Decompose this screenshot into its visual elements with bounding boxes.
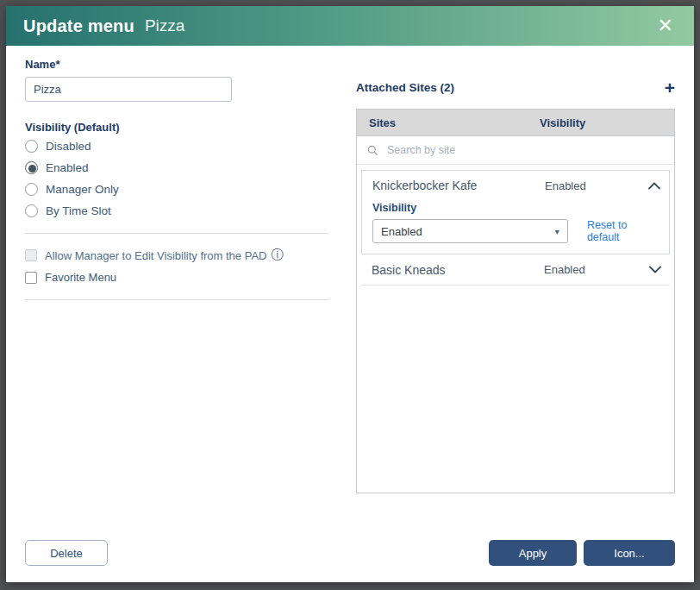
radio-label: Enabled (46, 161, 89, 174)
column-header-visibility: Visibility (540, 116, 674, 129)
add-site-icon[interactable]: + (665, 78, 675, 97)
checkbox-label: Allow Manager to Edit Visibility from th… (45, 249, 266, 262)
detail-controls: Enabled ▾ Reset to default (372, 219, 659, 243)
checkbox-box[interactable] (25, 272, 37, 284)
radio-label: Disabled (46, 140, 91, 153)
delete-button[interactable]: Delete (25, 540, 108, 566)
divider (25, 233, 328, 234)
site-visibility-value: Enabled (545, 179, 640, 192)
close-icon[interactable]: ✕ (654, 15, 677, 37)
modal-content: Name* Visibility (Default) Disabled Enab… (6, 46, 694, 532)
site-row[interactable]: Knickerbocker Kafe Enabled (362, 171, 669, 200)
radio-manager-only[interactable]: Manager Only (25, 183, 328, 196)
sites-table: Sites Visibility Knickerbocker Kafe Enab… (356, 109, 675, 493)
radio-circle[interactable] (25, 183, 38, 196)
site-name: Knickerbocker Kafe (372, 179, 545, 192)
site-card-expanded: Knickerbocker Kafe Enabled Visibility En… (361, 170, 670, 254)
site-search-row (357, 136, 674, 165)
radio-enabled[interactable]: Enabled (25, 161, 328, 174)
visibility-select[interactable]: Enabled ▾ (372, 219, 568, 243)
visibility-select-value: Enabled (381, 225, 422, 238)
radio-circle[interactable] (25, 204, 38, 217)
site-detail: Visibility Enabled ▾ Reset to default (362, 202, 669, 254)
icon-button[interactable]: Icon... (584, 540, 675, 566)
attached-sites-heading: Attached Sites (2) (356, 81, 454, 94)
search-icon (367, 145, 378, 156)
modal-title: Update menu (23, 16, 134, 36)
attached-sites-panel: Attached Sites (2) + Sites Visibility (356, 58, 675, 532)
detail-visibility-label: Visibility (372, 202, 659, 214)
radio-circle-selected[interactable] (25, 161, 38, 174)
checkbox-box-disabled (25, 249, 37, 261)
checkbox-label: Favorite Menu (45, 271, 116, 284)
search-by-site-input[interactable] (385, 143, 664, 157)
update-menu-modal: Update menu Pizza ✕ Name* Visibility (De… (6, 6, 694, 582)
sites-table-header: Sites Visibility (357, 110, 674, 136)
site-name: Basic Kneads (372, 263, 544, 277)
chevron-up-icon[interactable] (648, 182, 660, 190)
radio-label: Manager Only (46, 183, 119, 196)
modal-header: Update menu Pizza ✕ (6, 6, 694, 46)
site-row[interactable]: Basic Kneads Enabled (361, 254, 670, 286)
column-header-sites: Sites (369, 116, 540, 129)
radio-by-time-slot[interactable]: By Time Slot (25, 204, 328, 217)
visibility-default-label: Visibility (Default) (25, 121, 328, 134)
info-icon[interactable]: ⓘ (271, 248, 283, 263)
reset-to-default-link[interactable]: Reset to default (587, 219, 659, 243)
name-label: Name* (25, 58, 328, 71)
select-caret-icon: ▾ (555, 227, 559, 236)
apply-button[interactable]: Apply (489, 540, 577, 566)
chevron-down-icon[interactable] (649, 266, 661, 273)
checkbox-allow-manager-edit: Allow Manager to Edit Visibility from th… (25, 248, 328, 263)
radio-label: By Time Slot (46, 204, 111, 217)
radio-circle[interactable] (25, 140, 38, 153)
name-input[interactable] (25, 77, 232, 102)
attached-sites-heading-row: Attached Sites (2) + (356, 78, 675, 97)
divider (25, 299, 328, 300)
radio-disabled[interactable]: Disabled (25, 140, 328, 153)
checkbox-favorite-menu[interactable]: Favorite Menu (25, 271, 328, 284)
modal-subtitle: Pizza (145, 16, 184, 35)
left-panel: Name* Visibility (Default) Disabled Enab… (25, 58, 328, 532)
site-visibility-value: Enabled (544, 263, 641, 276)
modal-footer: Delete Apply Icon... (6, 532, 694, 582)
